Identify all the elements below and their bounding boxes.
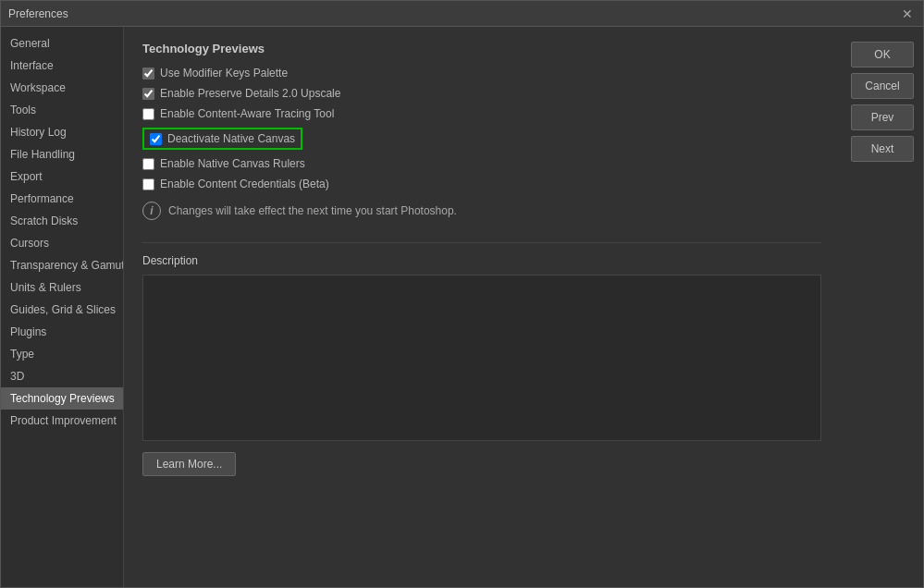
cancel-button[interactable]: Cancel [851,73,914,99]
info-text: Changes will take effect the next time y… [168,204,457,217]
sidebar: GeneralInterfaceWorkspaceToolsHistory Lo… [1,27,124,587]
divider [142,242,821,243]
sidebar-item-workspace[interactable]: Workspace [1,77,123,99]
close-button[interactable]: ✕ [899,6,916,22]
sidebar-item-cursors[interactable]: Cursors [1,232,123,254]
content-area: GeneralInterfaceWorkspaceToolsHistory Lo… [1,27,923,587]
checkbox-deactivate-canvas[interactable] [150,133,162,145]
description-title: Description [142,254,821,267]
next-button[interactable]: Next [851,136,914,162]
main-panel: Technology Previews Use Modifier Keys Pa… [124,27,840,587]
checkboxes-container: Use Modifier Keys PaletteEnable Preserve… [142,67,821,198]
sidebar-item-export[interactable]: Export [1,165,123,188]
sidebar-item-product-improvement[interactable]: Product Improvement [1,410,123,432]
prev-button[interactable]: Prev [851,104,914,130]
sidebar-item-units-rulers[interactable]: Units & Rulers [1,276,123,299]
info-row: i Changes will take effect the next time… [142,202,821,220]
description-section: Description Learn More... [142,254,821,476]
checkbox-row-content-credentials: Enable Content Credentials (Beta) [142,178,821,190]
checkbox-label-modifier-keys: Use Modifier Keys Palette [160,67,288,80]
checkbox-label-content-credentials: Enable Content Credentials (Beta) [160,178,329,190]
checkbox-row-native-canvas-rulers: Enable Native Canvas Rulers [142,157,821,170]
checkbox-modifier-keys[interactable] [142,67,154,80]
sidebar-item-tools[interactable]: Tools [1,99,123,121]
checkbox-preserve-details[interactable] [142,88,154,100]
checkbox-row-preserve-details: Enable Preserve Details 2.0 Upscale [142,87,821,100]
sidebar-item-3d[interactable]: 3D [1,365,123,387]
checkbox-content-credentials[interactable] [142,178,154,190]
sidebar-item-technology-previews[interactable]: Technology Previews [1,387,123,410]
checkbox-row-content-aware: Enable Content-Aware Tracing Tool [142,107,821,120]
checkbox-content-aware[interactable] [142,108,154,120]
checkbox-label-content-aware: Enable Content-Aware Tracing Tool [160,107,334,120]
sidebar-item-type[interactable]: Type [1,343,123,365]
section-title: Technology Previews [142,42,821,55]
checkbox-native-canvas-rulers[interactable] [142,158,154,170]
checkbox-row-deactivate-canvas: Deactivate Native Canvas [142,128,302,150]
buttons-panel: OK Cancel Prev Next [840,27,923,587]
sidebar-item-history-log[interactable]: History Log [1,121,123,143]
learn-more-button[interactable]: Learn More... [142,452,236,476]
description-box [142,275,821,441]
sidebar-item-file-handling[interactable]: File Handling [1,143,123,165]
sidebar-item-performance[interactable]: Performance [1,188,123,210]
checkbox-label-deactivate-canvas: Deactivate Native Canvas [167,132,295,145]
info-icon: i [142,202,161,220]
sidebar-item-guides-grid-slices[interactable]: Guides, Grid & Slices [1,299,123,321]
ok-button[interactable]: OK [851,42,914,67]
title-bar: Preferences ✕ [1,1,923,27]
sidebar-item-plugins[interactable]: Plugins [1,321,123,343]
sidebar-item-transparency-gamut[interactable]: Transparency & Gamut [1,254,123,276]
preferences-window: Preferences ✕ GeneralInterfaceWorkspaceT… [0,0,924,588]
checkbox-row-modifier-keys: Use Modifier Keys Palette [142,67,821,80]
window-title: Preferences [8,7,68,20]
sidebar-item-general[interactable]: General [1,32,123,55]
checkbox-label-native-canvas-rulers: Enable Native Canvas Rulers [160,157,305,170]
sidebar-item-interface[interactable]: Interface [1,55,123,77]
sidebar-item-scratch-disks[interactable]: Scratch Disks [1,210,123,232]
checkbox-label-preserve-details: Enable Preserve Details 2.0 Upscale [160,87,340,100]
